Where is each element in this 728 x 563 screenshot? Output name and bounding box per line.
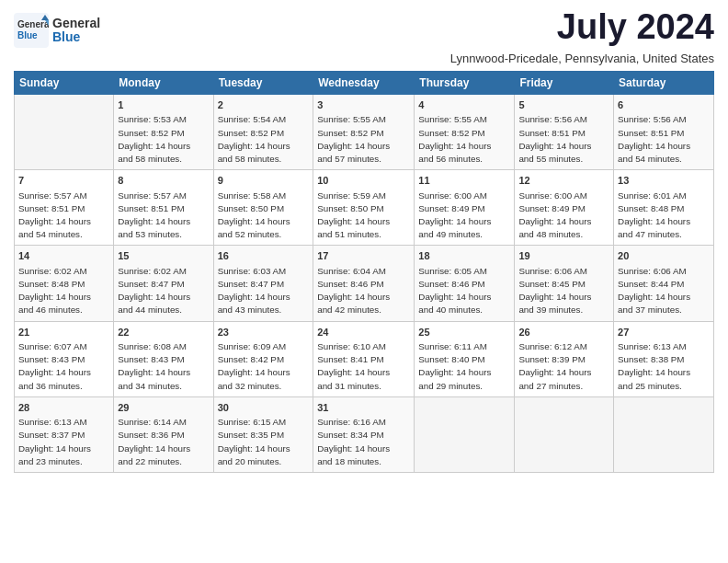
- calendar-cell-4-6: [614, 396, 714, 472]
- day-number: 29: [118, 401, 209, 415]
- cell-content: Sunrise: 6:03 AM Sunset: 8:47 PM Dayligh…: [218, 265, 310, 317]
- day-number: 4: [418, 98, 510, 112]
- week-row-2: 7Sunrise: 5:57 AM Sunset: 8:51 PM Daylig…: [15, 170, 714, 246]
- logo-icon: General Blue: [14, 13, 49, 48]
- col-thursday: Thursday: [415, 72, 515, 95]
- day-number: 12: [518, 174, 609, 188]
- calendar-cell-2-2: 16Sunrise: 6:03 AM Sunset: 8:47 PM Dayli…: [213, 246, 313, 321]
- col-sunday: Sunday: [15, 72, 114, 95]
- calendar-cell-2-5: 19Sunrise: 6:06 AM Sunset: 8:45 PM Dayli…: [515, 246, 614, 321]
- cell-content: Sunrise: 5:56 AM Sunset: 8:51 PM Dayligh…: [618, 113, 710, 166]
- cell-content: Sunrise: 6:14 AM Sunset: 8:36 PM Dayligh…: [118, 416, 209, 468]
- cell-content: Sunrise: 5:54 AM Sunset: 8:52 PM Dayligh…: [218, 113, 310, 166]
- day-number: 10: [317, 174, 410, 188]
- cell-content: Sunrise: 6:02 AM Sunset: 8:47 PM Dayligh…: [118, 265, 209, 317]
- cell-content: Sunrise: 6:06 AM Sunset: 8:44 PM Dayligh…: [618, 265, 710, 317]
- day-number: 17: [317, 249, 410, 263]
- day-number: 25: [418, 326, 510, 339]
- day-number: 30: [218, 401, 310, 415]
- calendar-cell-3-1: 22Sunrise: 6:08 AM Sunset: 8:43 PM Dayli…: [114, 321, 213, 396]
- cell-content: Sunrise: 6:02 AM Sunset: 8:48 PM Dayligh…: [18, 265, 109, 317]
- calendar-cell-2-0: 14Sunrise: 6:02 AM Sunset: 8:48 PM Dayli…: [15, 246, 114, 321]
- day-number: 18: [418, 249, 510, 263]
- calendar-cell-4-3: 31Sunrise: 6:16 AM Sunset: 8:34 PM Dayli…: [313, 396, 415, 472]
- week-row-1: 1Sunrise: 5:53 AM Sunset: 8:52 PM Daylig…: [15, 95, 714, 170]
- week-row-3: 14Sunrise: 6:02 AM Sunset: 8:48 PM Dayli…: [15, 246, 714, 321]
- cell-content: Sunrise: 5:57 AM Sunset: 8:51 PM Dayligh…: [18, 190, 109, 242]
- day-number: 26: [518, 326, 609, 339]
- cell-content: Sunrise: 6:05 AM Sunset: 8:46 PM Dayligh…: [418, 265, 510, 317]
- cell-content: Sunrise: 6:06 AM Sunset: 8:45 PM Dayligh…: [518, 265, 609, 317]
- cell-content: Sunrise: 5:55 AM Sunset: 8:52 PM Dayligh…: [317, 113, 410, 166]
- day-number: 19: [518, 249, 609, 263]
- day-number: 27: [618, 326, 710, 339]
- calendar-cell-4-0: 28Sunrise: 6:13 AM Sunset: 8:37 PM Dayli…: [15, 396, 114, 472]
- cell-content: Sunrise: 6:09 AM Sunset: 8:42 PM Dayligh…: [218, 340, 310, 393]
- day-number: 9: [218, 174, 310, 188]
- svg-text:Blue: Blue: [17, 30, 38, 40]
- col-friday: Friday: [515, 72, 614, 95]
- cell-content: Sunrise: 6:04 AM Sunset: 8:46 PM Dayligh…: [317, 265, 410, 317]
- week-row-4: 21Sunrise: 6:07 AM Sunset: 8:43 PM Dayli…: [15, 321, 714, 396]
- day-number: 2: [218, 98, 310, 112]
- calendar-cell-0-2: 2Sunrise: 5:54 AM Sunset: 8:52 PM Daylig…: [213, 95, 313, 170]
- col-monday: Monday: [114, 72, 213, 95]
- day-number: 6: [618, 98, 710, 112]
- day-number: 28: [18, 401, 109, 415]
- cell-content: Sunrise: 6:15 AM Sunset: 8:35 PM Dayligh…: [218, 416, 310, 468]
- calendar-cell-1-2: 9Sunrise: 5:58 AM Sunset: 8:50 PM Daylig…: [213, 170, 313, 246]
- calendar-cell-3-4: 25Sunrise: 6:11 AM Sunset: 8:40 PM Dayli…: [415, 321, 515, 396]
- calendar-cell-2-4: 18Sunrise: 6:05 AM Sunset: 8:46 PM Dayli…: [415, 246, 515, 321]
- col-wednesday: Wednesday: [313, 72, 415, 95]
- logo: General Blue General Blue: [14, 13, 100, 48]
- week-row-5: 28Sunrise: 6:13 AM Sunset: 8:37 PM Dayli…: [15, 396, 714, 472]
- cell-content: Sunrise: 6:13 AM Sunset: 8:38 PM Dayligh…: [618, 340, 710, 393]
- calendar-cell-4-2: 30Sunrise: 6:15 AM Sunset: 8:35 PM Dayli…: [213, 396, 313, 472]
- day-number: 7: [18, 174, 109, 188]
- day-number: 15: [118, 249, 209, 263]
- subtitle: Lynnwood-Pricedale, Pennsylvania, United…: [14, 52, 714, 65]
- cell-content: Sunrise: 6:12 AM Sunset: 8:39 PM Dayligh…: [518, 340, 609, 393]
- day-number: 14: [18, 249, 109, 263]
- cell-content: Sunrise: 6:07 AM Sunset: 8:43 PM Dayligh…: [18, 340, 109, 393]
- cell-content: Sunrise: 5:53 AM Sunset: 8:52 PM Dayligh…: [118, 113, 209, 166]
- day-number: 13: [618, 174, 710, 188]
- calendar-cell-3-5: 26Sunrise: 6:12 AM Sunset: 8:39 PM Dayli…: [515, 321, 614, 396]
- logo-text-block: General Blue: [52, 17, 100, 45]
- calendar-cell-0-3: 3Sunrise: 5:55 AM Sunset: 8:52 PM Daylig…: [313, 95, 415, 170]
- calendar-cell-4-1: 29Sunrise: 6:14 AM Sunset: 8:36 PM Dayli…: [114, 396, 213, 472]
- page-container: General Blue General Blue July 2024 Lynn…: [0, 0, 728, 482]
- calendar-cell-2-1: 15Sunrise: 6:02 AM Sunset: 8:47 PM Dayli…: [114, 246, 213, 321]
- calendar-cell-0-0: [15, 95, 114, 170]
- calendar-cell-4-4: [415, 396, 515, 472]
- day-number: 16: [218, 249, 310, 263]
- day-number: 21: [18, 326, 109, 339]
- calendar-cell-0-1: 1Sunrise: 5:53 AM Sunset: 8:52 PM Daylig…: [114, 95, 213, 170]
- calendar-cell-0-4: 4Sunrise: 5:55 AM Sunset: 8:52 PM Daylig…: [415, 95, 515, 170]
- cell-content: Sunrise: 6:08 AM Sunset: 8:43 PM Dayligh…: [118, 340, 209, 393]
- header-row: General Blue General Blue July 2024: [14, 9, 714, 48]
- day-number: 31: [317, 401, 410, 415]
- cell-content: Sunrise: 6:01 AM Sunset: 8:48 PM Dayligh…: [618, 190, 710, 242]
- calendar-cell-1-4: 11Sunrise: 6:00 AM Sunset: 8:49 PM Dayli…: [415, 170, 515, 246]
- month-title: July 2024: [557, 9, 714, 44]
- calendar-cell-3-6: 27Sunrise: 6:13 AM Sunset: 8:38 PM Dayli…: [614, 321, 714, 396]
- cell-content: Sunrise: 5:57 AM Sunset: 8:51 PM Dayligh…: [118, 190, 209, 242]
- calendar-cell-3-3: 24Sunrise: 6:10 AM Sunset: 8:41 PM Dayli…: [313, 321, 415, 396]
- day-number: 8: [118, 174, 209, 188]
- calendar-cell-0-6: 6Sunrise: 5:56 AM Sunset: 8:51 PM Daylig…: [614, 95, 714, 170]
- cell-content: Sunrise: 5:59 AM Sunset: 8:50 PM Dayligh…: [317, 190, 410, 242]
- logo-blue: Blue: [52, 30, 100, 44]
- calendar-cell-1-6: 13Sunrise: 6:01 AM Sunset: 8:48 PM Dayli…: [614, 170, 714, 246]
- day-number: 1: [118, 98, 209, 112]
- cell-content: Sunrise: 5:58 AM Sunset: 8:50 PM Dayligh…: [218, 190, 310, 242]
- calendar-cell-4-5: [515, 396, 614, 472]
- calendar-cell-3-2: 23Sunrise: 6:09 AM Sunset: 8:42 PM Dayli…: [213, 321, 313, 396]
- logo-general: General: [52, 17, 100, 30]
- cell-content: Sunrise: 6:00 AM Sunset: 8:49 PM Dayligh…: [418, 190, 510, 242]
- calendar-cell-3-0: 21Sunrise: 6:07 AM Sunset: 8:43 PM Dayli…: [15, 321, 114, 396]
- cell-content: Sunrise: 6:10 AM Sunset: 8:41 PM Dayligh…: [317, 340, 410, 393]
- day-number: 20: [618, 249, 710, 263]
- calendar-cell-1-5: 12Sunrise: 6:00 AM Sunset: 8:49 PM Dayli…: [515, 170, 614, 246]
- col-tuesday: Tuesday: [213, 72, 313, 95]
